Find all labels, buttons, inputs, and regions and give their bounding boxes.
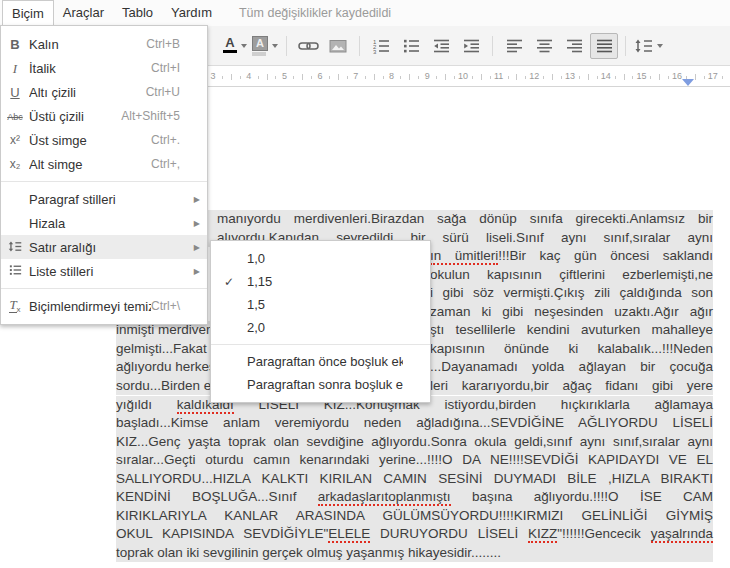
- menu-item-ustu-cizili[interactable]: AbcÜstü çiziliAlt+Shift+5: [1, 104, 207, 128]
- misspelled-word[interactable]: yaşalrında: [651, 526, 713, 543]
- ruler-tick: [409, 74, 410, 80]
- ruler-tick: [615, 76, 616, 79]
- align-left-button[interactable]: [500, 33, 528, 59]
- line-spacing-button[interactable]: [633, 33, 664, 59]
- ruler-tick: [588, 74, 589, 80]
- ruler-tick: [561, 76, 562, 79]
- ruler-tick: [222, 76, 223, 79]
- svg-text:3: 3: [373, 49, 377, 54]
- submenu-arrow-icon: ▶: [192, 267, 200, 276]
- align-right-button[interactable]: [560, 33, 588, 59]
- menu-tablo[interactable]: Tablo: [113, 0, 162, 26]
- menu-item-label: 2,0: [247, 320, 403, 335]
- text-color-button[interactable]: A: [221, 33, 249, 59]
- doc-line-6[interactable]: zaman ki gibi neşesinden uzaktı.Ağır ağı…: [430, 303, 713, 322]
- ruler-tick: [329, 76, 330, 79]
- menu-item-1-15[interactable]: ✓1,15: [211, 270, 430, 293]
- menu-item-ust-simge[interactable]: x²Üst simgeCtrl+.: [1, 128, 207, 152]
- doc-line-8[interactable]: gelmişti...Fakat: [116, 340, 212, 359]
- menu-shortcut: Alt+Shift+5: [121, 109, 180, 123]
- menu-item-label: Kalın: [29, 37, 146, 52]
- menu-item-1-0[interactable]: 1,0: [211, 247, 430, 270]
- ruler-number: 16: [672, 71, 682, 81]
- doc-line-16[interactable]: KENDİNİ BOŞLUĞA...Sınıf arkadaşlarıtopla…: [116, 488, 713, 507]
- doc-line-9[interactable]: ...Dayanamadı yolda ağlayan bir çocuğa: [430, 358, 713, 377]
- menu-item-label: İtalik: [29, 61, 151, 76]
- doc-line-10[interactable]: sordu...Birden e: [116, 377, 212, 396]
- line-spacing-submenu: 1,0✓1,151,52,0Paragraftan önce boşluk ek…: [210, 240, 431, 403]
- menu-item-paragraf-stilleri[interactable]: Paragraf stilleri▶: [1, 187, 207, 211]
- doc-line-15[interactable]: SALLIYORDU...HIZLA KALKTI KIRILAN CAMIN …: [116, 470, 713, 489]
- menu-item-label: Biçimlendirmeyi temizle: [29, 299, 151, 314]
- menu-item-satir-araligi[interactable]: Satır aralığı▶: [1, 235, 207, 259]
- doc-line-8[interactable]: kapısının önünde ki kalabalık...!!!Neden: [430, 340, 713, 359]
- doc-line-9[interactable]: ağlıyordu herkes: [116, 358, 212, 377]
- menu-shortcut: Ctrl+B: [146, 37, 180, 51]
- misspelled-word[interactable]: ın ümitleri: [430, 248, 498, 265]
- ruler-number: 10: [458, 71, 468, 81]
- doc-line-10[interactable]: leri kararıyordu,bir ağaç fidanı gibi ye…: [430, 377, 713, 396]
- menu-shortcut: Ctrl+\: [151, 299, 180, 313]
- doc-line-14[interactable]: sıralar...Geçti oturdu camın kenarındaki…: [116, 451, 713, 470]
- doc-line-4[interactable]: okulun kapısının çiftlerini ezberlemişti…: [430, 266, 713, 285]
- menubar: BiçimAraçlarTabloYardım Tüm değişiklikle…: [0, 0, 730, 26]
- ruler-tick: [275, 76, 276, 79]
- submenu-arrow-icon: ▶: [192, 195, 200, 204]
- increase-indent-button[interactable]: [457, 33, 485, 59]
- ruler-tick: [722, 76, 723, 79]
- doc-line-3[interactable]: ın ümitleri!!!Bir kaç gün öncesi sakland…: [430, 247, 713, 266]
- misspelled-word[interactable]: KIZZ: [528, 526, 557, 543]
- doc-line-7[interactable]: ştı tesellilerle kendini avuturken mahal…: [430, 321, 713, 340]
- ruler-tick: [632, 76, 633, 79]
- menu-item-1-5[interactable]: 1,5: [211, 293, 430, 316]
- menu-yardim[interactable]: Yardım: [162, 0, 221, 26]
- menu-item-alt-simge[interactable]: x₂Alt simgeCtrl+,: [1, 152, 207, 176]
- insert-link-button[interactable]: [294, 33, 322, 59]
- clear-formatting-icon: Tx: [1, 298, 29, 314]
- menu-item-alti-cizili[interactable]: UAltı çiziliCtrl+U: [1, 80, 207, 104]
- menu-item-i-talik[interactable]: IİtalikCtrl+I: [1, 56, 207, 80]
- menu-item-bicimlendirmeyi-temizle[interactable]: TxBiçimlendirmeyi temizleCtrl+\: [1, 294, 207, 318]
- doc-line-13[interactable]: KIZ...Genç yaşta toprak olan sevdiğine a…: [116, 433, 713, 452]
- bulleted-list-button[interactable]: [397, 33, 425, 59]
- menu-item-kalin[interactable]: BKalınCtrl+B: [1, 32, 207, 56]
- misspelled-word[interactable]: ELELE: [328, 526, 370, 543]
- ruler-tick: [400, 76, 401, 79]
- ruler-number: 8: [389, 71, 394, 81]
- menu-bicim[interactable]: Biçim: [2, 0, 54, 26]
- ruler-number: 12: [529, 71, 539, 81]
- menu-item-paragraftan-once-bosluk-ekle[interactable]: Paragraftan önce boşluk ekle: [211, 350, 430, 373]
- list-styles-icon: [1, 264, 29, 278]
- menu-araclar[interactable]: Araçlar: [54, 0, 113, 26]
- ruler-number: 3: [210, 71, 215, 81]
- ruler-number: 5: [282, 71, 287, 81]
- ruler-tick: [383, 76, 384, 79]
- align-center-button[interactable]: [530, 33, 558, 59]
- menu-item-paragraftan-sonra-bosluk-ekle[interactable]: Paragraftan sonra boşluk ekle: [211, 373, 430, 396]
- doc-line-12[interactable]: başladı...Kimse anlam veremiyordu neden …: [116, 414, 713, 433]
- menu-item-liste-stilleri[interactable]: Liste stilleri▶: [1, 259, 207, 283]
- indent-marker[interactable]: [682, 79, 694, 86]
- ruler-tick: [231, 74, 232, 80]
- menu-item-hizala[interactable]: Hizala▶: [1, 211, 207, 235]
- highlight-color-button[interactable]: A: [251, 33, 279, 59]
- ruler-number: 17: [708, 71, 718, 81]
- decrease-indent-button[interactable]: [427, 33, 455, 59]
- ruler-tick: [552, 74, 553, 80]
- line-spacing-icon: [634, 38, 653, 54]
- submenu-arrow-icon: ▶: [192, 243, 200, 252]
- align-left-icon: [506, 38, 523, 54]
- menu-item-label: Altı çizili: [29, 85, 146, 100]
- menu-item-2-0[interactable]: 2,0: [211, 316, 430, 339]
- misspelled-word[interactable]: arkadaşlarıtoplanmıştı: [318, 489, 451, 506]
- doc-line-18[interactable]: OKUL KAPISINDA SEVDİĞİYLE"ELELE DURUYORD…: [116, 525, 713, 544]
- superscript-icon: x²: [1, 134, 29, 146]
- doc-line-19[interactable]: toprak olan iki sevgilinin gerçek olmuş …: [116, 544, 713, 563]
- doc-line-1[interactable]: manıyordu merdivenleri.Birazdan sağa dön…: [208, 210, 713, 229]
- doc-line-5[interactable]: i gibi söz vermişti.Çıkış zili çaldığınd…: [430, 284, 713, 303]
- numbered-list-button[interactable]: 123: [367, 33, 395, 59]
- justify-button[interactable]: [590, 33, 618, 59]
- doc-line-17[interactable]: KIRIKLARIYLA KANLAR ARASINDA GÜLÜMSÜYORD…: [116, 507, 713, 526]
- insert-image-button[interactable]: [324, 33, 352, 59]
- menu-shortcut: Ctrl+U: [146, 85, 180, 99]
